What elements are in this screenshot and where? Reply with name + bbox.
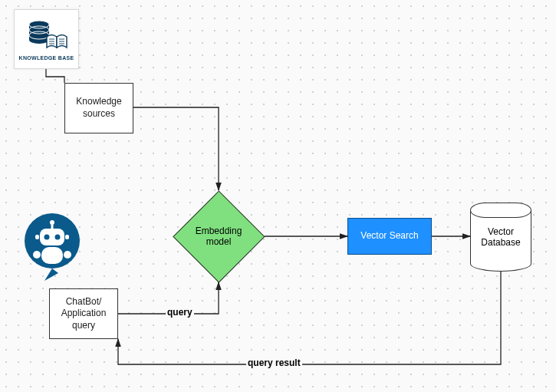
database-book-icon <box>24 18 70 52</box>
svg-rect-15 <box>40 229 64 245</box>
node-vector-database: Vector Database <box>470 203 531 272</box>
node-label: Vector Database <box>470 203 531 272</box>
node-label: Embedding model <box>173 190 265 282</box>
chatbot-robot-icon <box>21 212 83 273</box>
svg-point-20 <box>55 235 61 240</box>
svg-point-2 <box>29 36 49 44</box>
edge-label-query-result: query result <box>246 357 302 368</box>
node-chatbot-query: ChatBot/ Application query <box>49 288 118 339</box>
svg-point-19 <box>44 235 50 240</box>
node-label: ChatBot/ Application query <box>50 296 117 332</box>
svg-rect-21 <box>35 235 39 239</box>
edge-label-query: query <box>166 307 194 318</box>
knowledge-base-icon-card: KNOWLEDGE BASE <box>14 9 79 69</box>
node-knowledge-sources: Knowledge sources <box>64 83 133 133</box>
svg-rect-16 <box>41 247 63 264</box>
svg-rect-22 <box>65 235 69 239</box>
svg-point-17 <box>33 251 41 259</box>
node-embedding-model: Embedding model <box>173 190 265 282</box>
node-label: Knowledge sources <box>65 96 133 120</box>
node-label: Vector Search <box>360 230 418 242</box>
svg-point-18 <box>64 251 71 259</box>
knowledge-base-caption: KNOWLEDGE BASE <box>19 55 74 61</box>
node-vector-search: Vector Search <box>347 218 432 255</box>
diagram-canvas: KNOWLEDGE BASE Knowledge sources Embeddi… <box>0 0 556 392</box>
